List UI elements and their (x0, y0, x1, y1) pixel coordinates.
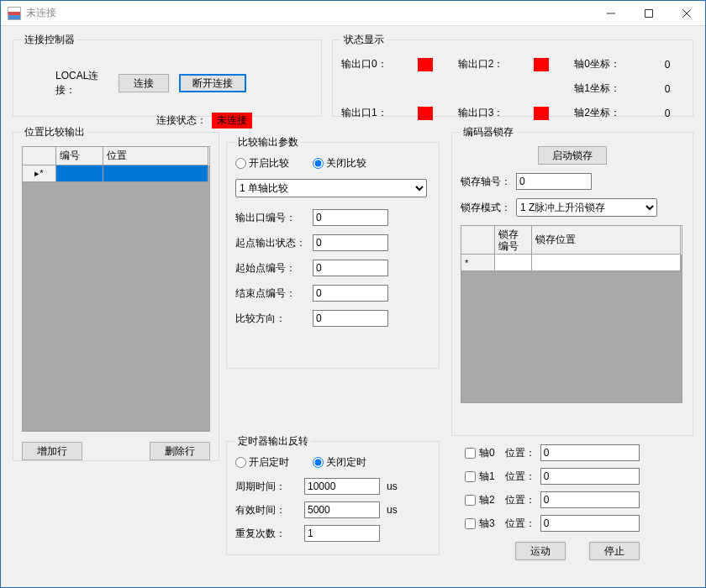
status-legend: 状态显示 (341, 33, 387, 47)
encoder-col-no: 锁存 编号 (495, 226, 532, 255)
axis3-check[interactable]: 轴3 (465, 517, 495, 531)
axis1-label: 轴1坐标： (574, 81, 651, 96)
cmp-dir-input[interactable] (313, 310, 388, 327)
out1-label: 输出口1： (341, 106, 418, 120)
out3-label: 输出口3： (458, 106, 535, 120)
timer-legend: 定时器输出反转 (235, 434, 311, 449)
axis0-check[interactable]: 轴0 (465, 446, 495, 460)
cmp-off-radio[interactable]: 关闭比较 (313, 156, 366, 171)
end-pt-label: 结束点编号： (235, 286, 313, 301)
cmpparam-legend: 比较输出参数 (235, 135, 301, 150)
axis2-value: 0 (651, 108, 684, 119)
poscmp-col-pos: 位置 (103, 147, 208, 165)
axis2-check[interactable]: 轴2 (465, 493, 495, 507)
axis3-pos-label: 位置： (505, 517, 535, 531)
disconnect-button[interactable]: 断开连接 (179, 74, 246, 92)
axis3-pos-input[interactable] (540, 515, 640, 532)
out-no-input[interactable] (313, 209, 388, 226)
poscmp-group: 位置比较输出 编号 位置 ▸* 增加行 删除行 (13, 125, 219, 461)
move-button[interactable]: 运动 (515, 542, 566, 560)
titlebar: 未连接 (1, 1, 705, 26)
app-icon (8, 7, 21, 20)
start-state-input[interactable] (313, 234, 388, 251)
valid-label: 有效时间： (235, 503, 304, 517)
latch-axis-label: 锁存轴号： (461, 175, 516, 189)
latch-axis-input[interactable] (516, 173, 592, 190)
axis0-label: 轴0坐标： (574, 57, 651, 71)
timer-off-radio[interactable]: 关闭定时 (313, 455, 366, 470)
axis0-value: 0 (651, 59, 684, 71)
axis2-pos-input[interactable] (540, 491, 640, 508)
out-no-label: 输出口编号： (235, 211, 313, 225)
encoder-table[interactable]: 锁存 编号 锁存位置 * (461, 225, 682, 403)
valid-unit: us (387, 504, 398, 516)
period-label: 周期时间： (235, 480, 304, 494)
timer-group: 定时器输出反转 开启定时 关闭定时 周期时间： us 有效时间： us 重复次数… (226, 434, 440, 555)
svg-rect-1 (645, 9, 652, 17)
axis1-pos-label: 位置： (505, 470, 535, 484)
repeat-label: 重复次数： (235, 527, 304, 541)
axis1-pos-input[interactable] (540, 468, 640, 485)
out1-indicator (418, 107, 433, 120)
status-group: 状态显示 输出口0： 输出口2： 轴0坐标： 0 轴1坐标： 0 输出口1： 输… (332, 33, 693, 117)
repeat-input[interactable] (304, 525, 380, 542)
valid-input[interactable] (304, 501, 380, 518)
encoder-group: 编码器锁存 启动锁存 锁存轴号： 锁存模式： 1 Z脉冲上升沿锁存 锁存 编号 … (451, 125, 693, 436)
table-row[interactable]: * (461, 255, 682, 271)
start-latch-button[interactable]: 启动锁存 (538, 146, 607, 165)
encoder-col-pos: 锁存位置 (532, 226, 681, 255)
axis1-value: 0 (651, 83, 684, 95)
del-row-button[interactable]: 删除行 (150, 442, 210, 460)
poscmp-col-no: 编号 (56, 147, 103, 165)
encoder-legend: 编码器锁存 (461, 125, 516, 139)
cmp-dir-label: 比较方向： (235, 312, 313, 326)
axis0-pos-input[interactable] (540, 444, 640, 461)
out0-label: 输出口0： (341, 57, 418, 71)
latch-mode-select[interactable]: 1 Z脉冲上升沿锁存 (516, 198, 657, 217)
period-input[interactable] (304, 478, 380, 495)
connect-group: 连接控制器 LOCAL连接： 连接 断开连接 连接状态： 未连接 (13, 33, 322, 117)
out0-indicator (418, 58, 433, 71)
local-connect-label: LOCAL连接： (55, 69, 119, 97)
cmp-mode-select[interactable]: 1 单轴比较 (235, 179, 427, 197)
start-pt-input[interactable] (313, 260, 388, 276)
maximize-button[interactable] (630, 1, 667, 25)
axis2-label: 轴2坐标： (574, 106, 651, 120)
minimize-button[interactable] (592, 1, 630, 25)
connect-button[interactable]: 连接 (119, 74, 169, 92)
out2-label: 输出口2： (458, 57, 535, 71)
close-button[interactable] (667, 1, 705, 25)
out2-indicator (534, 58, 549, 71)
end-pt-input[interactable] (313, 285, 388, 302)
start-pt-label: 起始点编号： (235, 261, 313, 276)
add-row-button[interactable]: 增加行 (22, 442, 82, 460)
axis0-pos-label: 位置： (505, 446, 535, 460)
cmpparam-group: 比较输出参数 开启比较 关闭比较 1 单轴比较 输出口编号： 起点输出状态： 起… (226, 135, 440, 369)
start-state-label: 起点输出状态： (235, 236, 313, 250)
axis2-pos-label: 位置： (505, 493, 535, 507)
out3-indicator (534, 107, 549, 120)
poscmp-legend: 位置比较输出 (22, 125, 87, 139)
stop-button[interactable]: 停止 (589, 542, 640, 560)
latch-mode-label: 锁存模式： (461, 201, 516, 215)
connect-legend: 连接控制器 (22, 33, 77, 47)
period-unit: us (387, 480, 398, 492)
axis1-check[interactable]: 轴1 (465, 470, 495, 484)
window-title: 未连接 (26, 6, 56, 20)
timer-on-radio[interactable]: 开启定时 (235, 455, 289, 470)
table-row[interactable]: ▸* (23, 165, 209, 182)
cmp-on-radio[interactable]: 开启比较 (235, 156, 289, 171)
poscmp-table[interactable]: 编号 位置 ▸* (22, 146, 210, 432)
